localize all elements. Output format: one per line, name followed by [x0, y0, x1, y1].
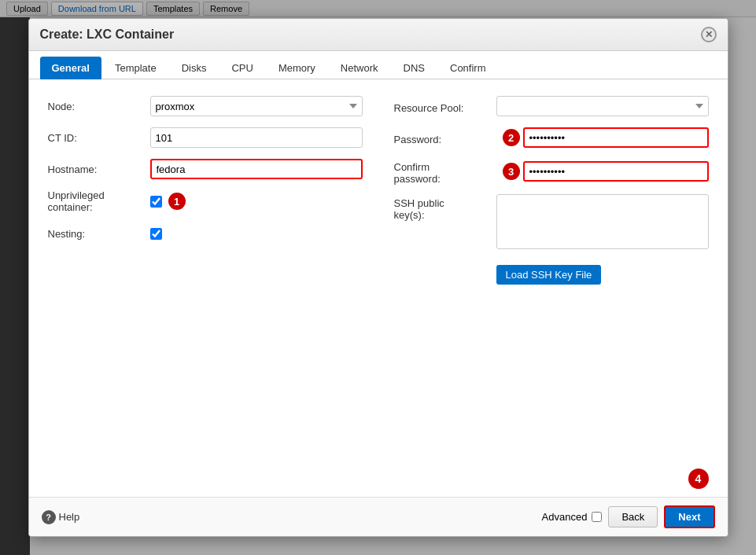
close-button[interactable]: ✕ — [701, 27, 717, 42]
help-icon: ? — [42, 510, 56, 524]
hostname-input[interactable] — [150, 159, 363, 179]
unprivileged-row: Unprivilegedcontainer: 1 — [48, 189, 363, 213]
node-select[interactable]: proxmox — [150, 96, 363, 116]
tab-bar: General Template Disks CPU Memory Networ… — [29, 51, 728, 79]
tab-disks[interactable]: Disks — [170, 57, 219, 79]
advanced-label: Advanced — [542, 511, 588, 523]
ssh-key-textarea[interactable] — [496, 194, 709, 249]
modal-footer: ? Help Advanced Back Next — [29, 497, 728, 536]
back-button[interactable]: Back — [608, 506, 658, 527]
ctid-input[interactable] — [150, 127, 363, 148]
password-row: Password: 2 — [394, 127, 709, 149]
password-label: Password: — [394, 130, 496, 145]
modal-header: Create: LXC Container ✕ — [29, 19, 728, 51]
confirm-password-input[interactable] — [523, 161, 709, 182]
ssh-key-label: SSH publickey(s): — [394, 194, 496, 221]
hostname-label: Hostname: — [48, 164, 150, 175]
modal-dialog: Create: LXC Container ✕ General Template… — [28, 18, 728, 537]
nesting-checkbox-wrap — [150, 228, 162, 240]
hostname-row: Hostname: — [48, 158, 363, 180]
footer-right: Advanced Back Next — [542, 505, 715, 528]
tab-general[interactable]: General — [40, 57, 101, 79]
form-left: Node: proxmox CT ID: Hostname: — [48, 95, 363, 481]
help-button[interactable]: ? Help — [42, 510, 80, 524]
tab-cpu[interactable]: CPU — [219, 57, 264, 79]
modal-overlay: Create: LXC Container ✕ General Template… — [0, 0, 756, 555]
tab-template[interactable]: Template — [103, 57, 168, 79]
ctid-label: CT ID: — [48, 132, 150, 144]
nesting-label: Nesting: — [48, 228, 150, 240]
help-label: Help — [59, 511, 80, 523]
resource-pool-label: Resource Pool: — [394, 99, 496, 114]
next-button[interactable]: Next — [664, 505, 714, 528]
unprivileged-checkbox-wrap — [150, 196, 162, 208]
resource-pool-row: Resource Pool: — [394, 95, 709, 117]
unprivileged-checkbox[interactable] — [150, 196, 162, 208]
badge-4: 4 — [688, 469, 709, 489]
badge-1: 1 — [168, 193, 186, 210]
ctid-row: CT ID: — [48, 127, 363, 149]
ssh-key-row: SSH publickey(s): — [394, 194, 709, 249]
advanced-wrap: Advanced — [542, 511, 603, 523]
confirm-password-row: Confirmpassword: 3 — [394, 158, 709, 185]
node-label: Node: — [48, 101, 150, 112]
tab-confirm[interactable]: Confirm — [438, 57, 498, 79]
advanced-checkbox[interactable] — [592, 512, 602, 522]
badge-2: 2 — [503, 129, 520, 146]
load-ssh-button[interactable]: Load SSH Key File — [496, 265, 602, 285]
confirm-password-label: Confirmpassword: — [394, 158, 496, 185]
tab-network[interactable]: Network — [329, 57, 390, 79]
nesting-checkbox[interactable] — [150, 228, 162, 240]
modal-title: Create: LXC Container — [40, 28, 175, 42]
badge-3: 3 — [503, 163, 520, 180]
unprivileged-label: Unprivilegedcontainer: — [48, 189, 150, 213]
modal-body: Node: proxmox CT ID: Hostname: — [29, 79, 728, 497]
password-input[interactable] — [523, 127, 709, 148]
tab-memory[interactable]: Memory — [267, 57, 327, 79]
nesting-row: Nesting: — [48, 222, 363, 244]
form-right: Resource Pool: Password: 2 Confirmpasswo… — [394, 95, 709, 481]
node-row: Node: proxmox — [48, 95, 363, 117]
footer-left: ? Help — [42, 510, 80, 524]
tab-dns[interactable]: DNS — [392, 57, 437, 79]
resource-pool-select[interactable] — [496, 96, 709, 116]
